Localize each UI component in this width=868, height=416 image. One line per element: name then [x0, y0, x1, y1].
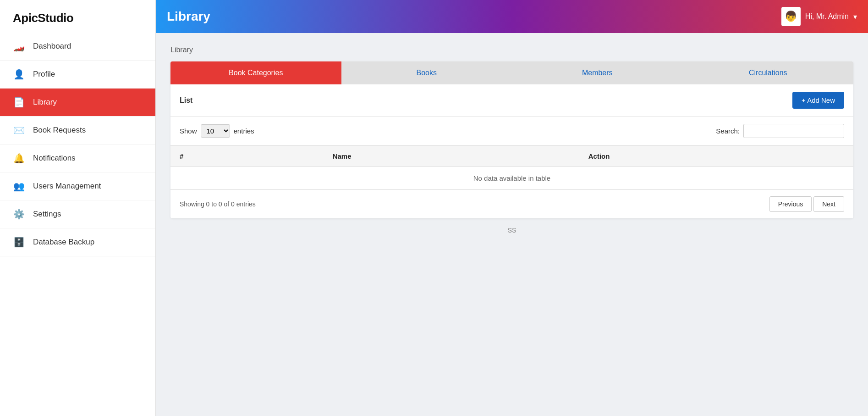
sidebar-item-label: Profile	[33, 70, 55, 79]
tab-members[interactable]: Members	[512, 61, 683, 84]
header-title: Library	[167, 9, 210, 24]
sidebar-item-settings[interactable]: ⚙️ Settings	[0, 200, 155, 228]
table-header-name: Name	[324, 146, 579, 167]
search-input[interactable]	[743, 124, 844, 138]
user-info[interactable]: 👦 Hi, Mr. Admin ▾	[781, 7, 857, 26]
entries-label: entries	[234, 127, 254, 135]
sidebar-item-label: Notifications	[33, 154, 76, 163]
notifications-icon: 🔔	[13, 153, 25, 164]
sidebar: ApicStudio 🏎️ Dashboard 👤 Profile 📄 Libr…	[0, 0, 156, 416]
sidebar-item-users-management[interactable]: 👥 Users Management	[0, 172, 155, 200]
tabs-container: Book CategoriesBooksMembersCirculations	[170, 61, 853, 84]
sidebar-item-label: Database Backup	[33, 238, 94, 247]
sidebar-item-profile[interactable]: 👤 Profile	[0, 61, 155, 89]
no-data-message: No data available in table	[170, 167, 853, 190]
avatar: 👦	[781, 7, 801, 26]
sidebar-item-label: Book Requests	[33, 126, 86, 135]
library-card: Book CategoriesBooksMembersCirculations …	[170, 61, 853, 218]
sidebar-item-database-backup[interactable]: 🗄️ Database Backup	[0, 228, 155, 256]
sidebar-item-notifications[interactable]: 🔔 Notifications	[0, 144, 155, 172]
table-header-#: #	[170, 146, 324, 167]
search-label: Search:	[716, 127, 740, 135]
main-content: Library Book CategoriesBooksMembersCircu…	[156, 33, 868, 416]
user-greeting: Hi, Mr. Admin	[805, 12, 849, 21]
breadcrumb: Library	[170, 46, 853, 54]
show-label: Show	[180, 127, 197, 135]
pagination-buttons: Previous Next	[769, 196, 844, 212]
tab-books[interactable]: Books	[341, 61, 512, 84]
profile-icon: 👤	[13, 69, 25, 80]
tab-book-categories[interactable]: Book Categories	[170, 61, 341, 84]
add-new-button[interactable]: + Add New	[792, 92, 844, 109]
list-title: List	[180, 96, 192, 105]
users-management-icon: 👥	[13, 181, 25, 192]
list-header: List + Add New	[170, 84, 853, 116]
table-header-action: Action	[579, 146, 853, 167]
tab-circulations[interactable]: Circulations	[683, 61, 854, 84]
show-entries: Show 10 25 50 100 entries	[180, 124, 254, 138]
showing-text: Showing 0 to 0 of 0 entries	[180, 200, 256, 208]
previous-button[interactable]: Previous	[769, 196, 812, 212]
sidebar-item-library[interactable]: 📄 Library	[0, 89, 155, 116]
data-table: #NameAction No data available in table	[170, 145, 853, 190]
sidebar-logo: ApicStudio	[0, 0, 155, 33]
sidebar-item-label: Settings	[33, 210, 61, 219]
library-icon: 📄	[13, 97, 25, 108]
pagination-row: Showing 0 to 0 of 0 entries Previous Nex…	[170, 190, 853, 218]
search-box: Search:	[716, 124, 844, 138]
database-backup-icon: 🗄️	[13, 237, 25, 248]
entries-select[interactable]: 10 25 50 100	[201, 124, 230, 138]
footer-text: SS	[170, 218, 853, 242]
top-header: Library 👦 Hi, Mr. Admin ▾	[156, 0, 868, 33]
sidebar-item-label: Dashboard	[33, 42, 71, 51]
sidebar-item-label: Library	[33, 98, 57, 107]
dashboard-icon: 🏎️	[13, 41, 25, 52]
sidebar-item-dashboard[interactable]: 🏎️ Dashboard	[0, 33, 155, 61]
next-button[interactable]: Next	[813, 196, 844, 212]
settings-icon: ⚙️	[13, 209, 25, 220]
book-requests-icon: ✉️	[13, 125, 25, 136]
table-controls: Show 10 25 50 100 entries Search:	[170, 116, 853, 145]
sidebar-item-label: Users Management	[33, 182, 101, 191]
sidebar-item-book-requests[interactable]: ✉️ Book Requests	[0, 116, 155, 144]
dropdown-arrow-icon: ▾	[853, 12, 857, 21]
